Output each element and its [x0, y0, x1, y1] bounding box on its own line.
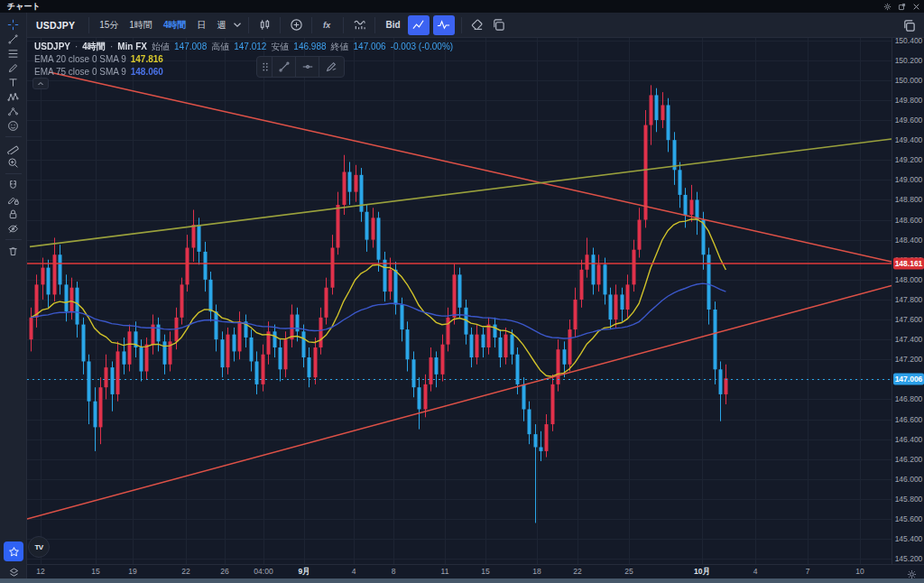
toolbar-separator [311, 17, 312, 33]
price-tick: 146.600 [892, 415, 924, 424]
ruler-icon[interactable] [1, 141, 26, 155]
indicator-templates-button[interactable] [348, 15, 370, 35]
text-icon[interactable] [1, 75, 26, 89]
sidebar-separator [5, 136, 22, 137]
legend-high-value: 147.012 [234, 41, 266, 53]
time-tick: 10 [855, 567, 864, 576]
favorites-star-icon[interactable] [4, 541, 23, 561]
prediction-icon[interactable] [1, 104, 26, 118]
ema75-value: 148.060 [131, 66, 163, 79]
timeframe-4時間[interactable]: 4時間 [158, 16, 192, 34]
timeframe-1時間[interactable]: 1時間 [124, 16, 158, 34]
sidebar-separator [5, 239, 22, 240]
time-tick: 4 [352, 567, 356, 576]
price-axis[interactable]: 150.400150.200150.000149.800149.600149.4… [892, 38, 924, 564]
time-tick: 26 [220, 567, 228, 576]
lock-all-icon[interactable] [1, 207, 26, 221]
time-tick: 22 [181, 567, 189, 576]
price-tick: 146.400 [892, 435, 924, 444]
symbol-button[interactable]: USDJPY [32, 20, 84, 31]
time-tick: 8 [392, 567, 396, 576]
trend-line-icon[interactable] [1, 32, 26, 46]
main-toolbar: USDJPY 15分1時間4時間日週 fxBid [27, 13, 924, 38]
price-tick: 149.600 [892, 116, 924, 125]
multi-window-layout-icon[interactable] [898, 15, 919, 35]
tradingview-logo[interactable]: TV [28, 536, 50, 558]
eraser-button[interactable] [467, 15, 488, 35]
legend-collapse-button[interactable] [32, 78, 49, 89]
window-titlebar: チャート [0, 0, 924, 13]
price-tick: 149.800 [892, 96, 924, 105]
layout-copy-button[interactable] [488, 15, 510, 35]
toolbar-separator [248, 17, 249, 33]
timeframe-週[interactable]: 週 [211, 16, 231, 34]
time-axis[interactable]: 121519222604:009月48111518222510月4710 [27, 564, 924, 578]
time-tick: 04:00 [254, 567, 273, 576]
timeframe-日[interactable]: 日 [191, 16, 211, 34]
price-tick: 147.200 [892, 355, 924, 364]
ema75-label: EMA 75 close 0 SMA 9 [34, 66, 126, 79]
remove-all-icon[interactable] [1, 244, 26, 258]
horizontal-line-tool-icon[interactable] [295, 57, 319, 77]
price-tick: 148.600 [892, 216, 924, 225]
price-tick: 150.200 [892, 56, 924, 65]
window-close-icon[interactable] [912, 3, 920, 11]
window-bottom-edge [0, 578, 924, 583]
magnet-icon[interactable] [1, 178, 26, 192]
fib-retracement-icon[interactable] [1, 46, 26, 60]
indicators-button[interactable]: fx [317, 15, 338, 35]
xabcd-pattern-icon[interactable] [1, 89, 26, 104]
hide-all-icon[interactable] [1, 221, 26, 236]
price-tick: 149.400 [892, 135, 924, 144]
price-tick: 145.800 [892, 495, 924, 504]
brush-icon[interactable] [1, 60, 26, 75]
pulse-draw-button[interactable] [433, 15, 455, 35]
candle-style-button[interactable] [254, 15, 275, 35]
legend-close-value: 147.006 [354, 41, 386, 53]
price-tick: 145.200 [892, 554, 924, 563]
toolbar-separator [374, 17, 375, 33]
emoji-icon[interactable] [1, 118, 26, 133]
drag-handle[interactable] [259, 57, 272, 77]
time-tick: 7 [806, 567, 810, 576]
window-popout-icon[interactable] [898, 3, 906, 11]
price-tick: 148.800 [892, 195, 924, 204]
toolbar-separator [88, 17, 89, 33]
timeframe-15分[interactable]: 15分 [94, 16, 124, 34]
legend-feed: Min FX [117, 41, 147, 53]
legend-open-value: 147.008 [174, 41, 207, 53]
interval-chevron-down-icon[interactable] [231, 15, 244, 35]
chart-window: チャート USDJPY 15分1時間4時間日週 fxBid USDJPY · 4… [0, 0, 924, 583]
compare-add-button[interactable] [285, 15, 307, 35]
trend-line-tool-icon[interactable] [272, 57, 295, 77]
floating-drawing-toolbar [256, 56, 345, 78]
window-title: チャート [0, 1, 41, 13]
price-tick: 148.000 [892, 275, 924, 284]
price-tick: 146.000 [892, 475, 924, 484]
legend-change: -0.003 (-0.00%) [391, 41, 453, 53]
toolbar-separator [280, 17, 281, 33]
time-tick: 11 [441, 567, 449, 576]
toolbar-separator [343, 17, 344, 33]
chart-plot-area[interactable]: USDJPY · 4時間 · Min FX 始値 147.008 高値 147.… [27, 38, 892, 564]
window-settings-icon[interactable] [883, 3, 892, 11]
object-tree-icon[interactable] [1, 565, 26, 579]
brush-tool-icon[interactable] [319, 57, 342, 77]
zoom-in-icon[interactable] [1, 155, 26, 170]
bid-ask-button[interactable]: Bid [380, 20, 405, 30]
crosshair-icon[interactable] [1, 17, 26, 32]
time-tick: 22 [573, 567, 581, 576]
legend-open-label: 始値 [152, 41, 170, 53]
price-tick: 146.200 [892, 455, 924, 464]
time-tick: 25 [624, 567, 633, 576]
line-draw-button[interactable] [408, 15, 430, 35]
time-tick: 9月 [298, 567, 310, 578]
time-tick: 4 [753, 567, 758, 576]
candlestick-canvas[interactable] [27, 38, 892, 564]
price-tick: 148.400 [892, 236, 924, 245]
timeframe-group: 15分1時間4時間日週 [94, 16, 231, 34]
price-label-147.006: 147.006 [893, 373, 924, 384]
drawing-lock-icon[interactable] [1, 192, 26, 207]
price-label-148.161: 148.161 [893, 258, 924, 270]
time-tick: 12 [36, 567, 44, 576]
